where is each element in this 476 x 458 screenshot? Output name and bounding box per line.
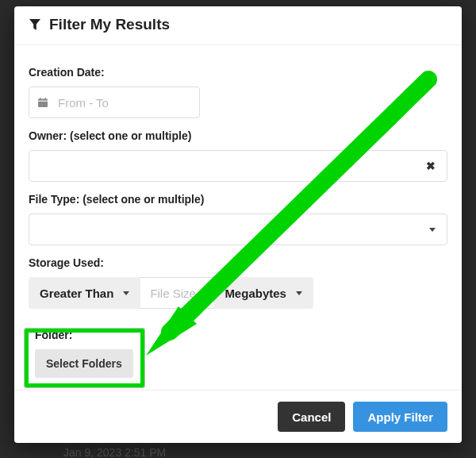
caret-down-icon — [123, 291, 129, 295]
cancel-button[interactable]: Cancel — [278, 402, 345, 432]
file-size-input[interactable] — [140, 277, 213, 309]
field-filetype: File Type: (select one or multiple) — [29, 193, 447, 245]
field-owner: Owner: (select one or multiple) ✖ — [29, 129, 447, 182]
svg-rect-3 — [45, 98, 47, 100]
label-folder: Folder: — [35, 329, 441, 341]
apply-filter-button[interactable]: Apply Filter — [353, 402, 447, 432]
filter-icon — [29, 18, 41, 31]
unit-select[interactable]: Megabytes — [213, 277, 313, 309]
label-creation-date: Creation Date: — [29, 66, 447, 79]
bg-timestamp: Jan 9, 2023 2:51 PM — [63, 446, 166, 458]
select-folders-button[interactable]: Select Folders — [35, 349, 133, 378]
dialog-footer: Cancel Apply Filter — [14, 390, 462, 443]
caret-down-icon — [429, 228, 436, 232]
svg-rect-2 — [40, 98, 41, 100]
svg-rect-1 — [38, 101, 48, 102]
label-filetype: File Type: (select one or multiple) — [29, 193, 447, 206]
dialog-body: Creation Date: Owner: (select one or mul… — [14, 45, 462, 390]
dialog-title: Filter My Results — [49, 16, 170, 33]
date-range-input-wrap[interactable] — [29, 87, 200, 118]
clear-icon[interactable]: ✖ — [426, 160, 436, 172]
field-creation-date: Creation Date: — [29, 66, 447, 118]
storage-row: Greater Than Megabytes — [29, 277, 447, 309]
field-folder: Folder: Select Folders — [29, 325, 447, 386]
calendar-icon — [37, 97, 48, 108]
unit-label: Megabytes — [225, 287, 286, 300]
label-owner: Owner: (select one or multiple) — [29, 129, 447, 142]
svg-rect-0 — [38, 99, 48, 108]
comparator-select[interactable]: Greater Than — [29, 277, 140, 309]
date-range-input[interactable] — [56, 95, 191, 110]
comparator-label: Greater Than — [40, 287, 113, 300]
dialog-header: Filter My Results — [14, 6, 462, 45]
owner-select[interactable]: ✖ — [29, 150, 447, 182]
filter-dialog: Filter My Results Creation Date: Owner: … — [14, 6, 462, 443]
field-storage: Storage Used: Greater Than Megabytes — [29, 256, 447, 309]
filetype-select[interactable] — [29, 214, 447, 245]
label-storage: Storage Used: — [29, 256, 447, 269]
caret-down-icon — [296, 291, 302, 295]
